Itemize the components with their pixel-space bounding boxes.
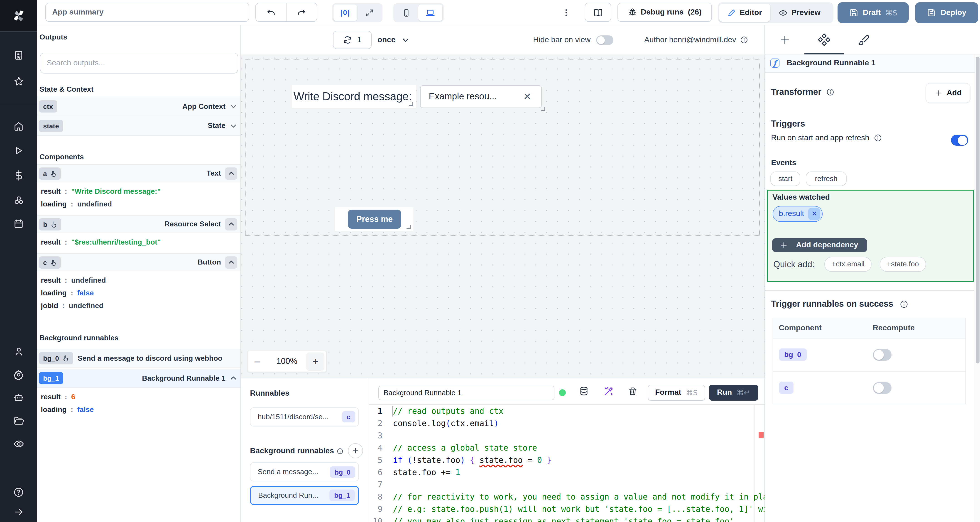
variables-icon[interactable] — [0, 166, 37, 184]
app-summary-input[interactable] — [45, 3, 249, 22]
debug-runs-label: Debug runs (26) — [641, 8, 702, 17]
runs-icon[interactable] — [0, 142, 37, 160]
preview-tab-label: Preview — [791, 8, 821, 17]
trigger-runnables-table: Component Recompute bg_0 c — [772, 317, 966, 404]
line-number: 1 — [369, 405, 382, 417]
resize-handle[interactable] — [541, 107, 545, 111]
runnable-item-bg1[interactable]: Background Run... bg_1 — [250, 486, 359, 505]
output-row-bg_0[interactable]: bg_0Send a message to discord using webh… — [37, 349, 241, 368]
run-on-start-toggle[interactable] — [951, 135, 968, 146]
ai-assistant-button[interactable] — [603, 378, 614, 404]
audit-eye-icon[interactable] — [0, 434, 37, 453]
zoom-in-button[interactable]: + — [306, 352, 325, 371]
runnable-item-bg0[interactable]: Send a message... bg_0 — [250, 462, 359, 481]
collapse-button[interactable] — [225, 167, 237, 180]
docs-button[interactable] — [585, 3, 611, 22]
kebab-menu-icon[interactable] — [562, 0, 571, 25]
schedules-icon[interactable] — [0, 215, 37, 233]
collapse-button[interactable] — [225, 256, 237, 268]
recompute-toggle-bg0[interactable] — [873, 349, 891, 361]
runnable-item-hub[interactable]: hub/1511/discord/se... c — [250, 407, 359, 426]
settings-tab[interactable] — [804, 25, 844, 54]
inspector-header: ƒ Background Runnable 1 — [765, 54, 980, 73]
output-row-a[interactable]: aText — [37, 164, 241, 182]
remove-watched-value-button[interactable]: ✕ — [808, 208, 821, 220]
detail-value: undefined — [77, 200, 112, 208]
run-button[interactable]: Run ⌘↵ — [709, 385, 758, 401]
clear-select-icon[interactable]: ✕ — [523, 91, 541, 102]
add-background-runnable-button[interactable] — [348, 443, 363, 458]
refresh-count-box[interactable]: 1 — [333, 31, 372, 49]
column-header-recompute: Recompute — [873, 323, 915, 333]
windmill-logo-icon[interactable] — [0, 6, 37, 24]
resize-handle[interactable] — [407, 225, 410, 229]
resources-icon[interactable] — [0, 191, 37, 209]
help-icon[interactable] — [0, 483, 37, 501]
format-button[interactable]: Format ⌘S — [648, 385, 705, 401]
inspector-scrollbar[interactable] — [975, 54, 980, 522]
quick-add-ctx-email[interactable]: +ctx.email — [824, 256, 872, 272]
output-row-ctx[interactable]: ctxApp Context — [37, 97, 241, 116]
debug-runs-button[interactable]: Debug runs (26) — [618, 3, 712, 22]
editor-tab[interactable]: Editor — [719, 4, 770, 22]
code-area[interactable]: 1// read outputs and ctx2console.log(ctx… — [369, 405, 765, 522]
mobile-toggle[interactable] — [395, 5, 418, 21]
user-icon[interactable] — [0, 342, 37, 360]
book-icon — [593, 8, 603, 17]
home-icon[interactable] — [0, 117, 37, 135]
add-transformer-button[interactable]: Add — [926, 83, 970, 103]
expand-toggle[interactable] — [358, 5, 381, 21]
search-outputs-input[interactable] — [40, 53, 238, 73]
recompute-toggle-c[interactable] — [873, 382, 891, 394]
preview-tab[interactable]: Preview — [770, 4, 829, 22]
theme-tab[interactable] — [844, 25, 883, 54]
collapse-button[interactable] — [225, 218, 237, 230]
plus-icon — [779, 34, 791, 46]
collapse-arrow-icon[interactable] — [0, 503, 37, 521]
code-line-3: 3 — [369, 430, 765, 442]
draft-label: Draft — [863, 8, 881, 17]
app-canvas[interactable]: Write Discord message: Example resou... … — [241, 55, 765, 377]
text-component[interactable]: Write Discord message: — [292, 85, 416, 108]
workspace-icon[interactable] — [0, 46, 37, 64]
output-row-b[interactable]: bResource Select — [37, 215, 241, 233]
deploy-button[interactable]: Deploy — [915, 2, 978, 23]
mode-select[interactable]: once — [377, 25, 409, 54]
runnable-name-input[interactable] — [378, 385, 554, 400]
press-me-button[interactable]: Press me — [348, 210, 401, 229]
quick-add-state-foo[interactable]: +state.foo — [880, 256, 926, 272]
hide-bar-toggle[interactable] — [596, 35, 613, 45]
resource-select-component[interactable]: Example resou... ✕ — [420, 85, 542, 108]
code-line-2: 2console.log(ctx.email) — [369, 417, 765, 430]
cache-button[interactable] — [579, 378, 589, 404]
insert-component-tab[interactable] — [765, 25, 804, 54]
line-source: if (!state.foo) { state.foo = 0 } — [393, 454, 552, 466]
redo-button[interactable] — [286, 3, 317, 21]
undo-button[interactable] — [256, 3, 286, 21]
favorites-star-icon[interactable] — [0, 72, 37, 90]
output-badge: b — [39, 218, 61, 230]
editor-preview-toggle: Editor Preview — [718, 2, 833, 23]
draft-button[interactable]: Draft ⌘S — [837, 2, 909, 23]
zoom-out-button[interactable]: − — [248, 356, 267, 367]
run-on-start-label: Run on start and app refresh — [771, 134, 869, 142]
output-row-c[interactable]: cButton — [37, 253, 241, 271]
detail-value: undefined — [71, 276, 106, 285]
scrollbar-thumb[interactable] — [976, 57, 979, 363]
inspector-tabs — [765, 25, 980, 54]
chevron-up-icon — [229, 374, 237, 382]
delete-button[interactable] — [628, 378, 638, 404]
line-number: 10 — [369, 515, 382, 522]
center-align-toggle[interactable]: |0| — [334, 5, 357, 21]
workers-icon[interactable] — [0, 388, 37, 407]
output-row-bg_1[interactable]: bg_1Background Runnable 1 — [37, 369, 241, 388]
folders-icon[interactable] — [0, 412, 37, 430]
expand-icon — [365, 8, 374, 17]
desktop-toggle[interactable] — [418, 5, 442, 21]
output-details: result:"$res:u/henri/testing_bot" — [37, 233, 241, 253]
code-line-9: 9// e.g: state.foo.push(1) will not work… — [369, 503, 765, 515]
settings-gear-icon[interactable] — [0, 366, 37, 384]
resize-handle[interactable] — [409, 102, 413, 106]
add-dependency-button[interactable]: Add dependency — [772, 238, 867, 252]
output-row-state[interactable]: stateState — [37, 116, 241, 136]
